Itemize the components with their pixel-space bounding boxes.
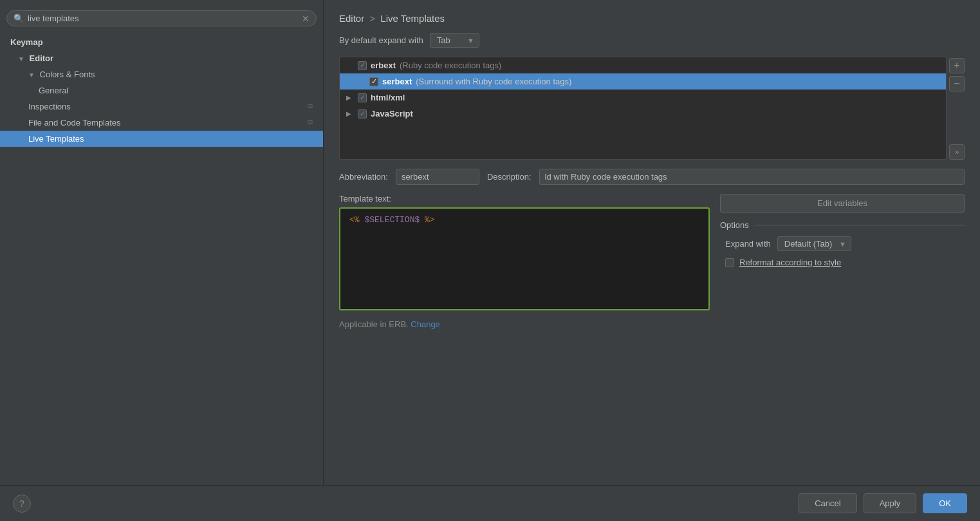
description-label: Description:	[487, 172, 532, 182]
settings-dialog: 🔍 ✕ Keymap ▼ Editor ▼ Colors & Fonts Gen…	[0, 0, 980, 521]
main-panel: Editor > Live Templates By default expan…	[324, 0, 980, 485]
template-row-serbext[interactable]: serbext (Surround with Ruby code executi…	[340, 73, 946, 90]
template-text-section: Template text: <% $SELECTION$ %> Edit va…	[339, 194, 965, 310]
triangle-icon: ▼	[18, 55, 24, 62]
template-text-label: Template text:	[339, 194, 710, 204]
search-input[interactable]	[28, 14, 298, 23]
template-text-right: Edit variables Options Expand with Defau…	[720, 194, 965, 310]
dialog-body: 🔍 ✕ Keymap ▼ Editor ▼ Colors & Fonts Gen…	[0, 0, 980, 485]
applicable-change-link[interactable]: Change	[411, 319, 440, 329]
sidebar-item-colors-fonts[interactable]: ▼ Colors & Fonts	[0, 66, 323, 82]
dialog-footer: ? Cancel Apply OK	[0, 485, 980, 521]
template-list-wrapper: erbext (Ruby code execution tags) serbex…	[339, 57, 965, 160]
search-box[interactable]: 🔍 ✕	[6, 10, 317, 26]
apply-button[interactable]: Apply	[864, 493, 917, 513]
sidebar-item-file-code-templates[interactable]: File and Code Templates ⧉	[0, 115, 323, 131]
sidebar-item-editor[interactable]: ▼ Editor	[0, 50, 323, 66]
sidebar-item-general[interactable]: General	[0, 82, 323, 99]
sidebar-item-general-label: General	[39, 86, 68, 95]
list-side-buttons: + − »	[949, 57, 965, 160]
serbext-checkbox[interactable]	[369, 77, 378, 86]
sidebar-item-keymap[interactable]: Keymap	[0, 34, 323, 50]
expand-with-dropdown-wrapper[interactable]: Tab Enter Space ▼	[430, 33, 479, 48]
serbext-desc: (Surround with Ruby code execution tags)	[416, 77, 571, 86]
reformat-checkbox[interactable]	[725, 258, 734, 267]
erbext-desc: (Ruby code execution tags)	[400, 61, 501, 70]
javascript-checkbox[interactable]	[358, 109, 367, 118]
breadcrumb-arrow: >	[369, 13, 378, 24]
triangle-icon: ▶	[346, 110, 354, 117]
more-templates-button[interactable]: »	[949, 144, 965, 160]
reformat-row: Reformat according to style	[720, 258, 965, 267]
expand-with-option-label: Expand with	[725, 239, 771, 249]
template-row-erbext[interactable]: erbext (Ruby code execution tags)	[340, 57, 946, 73]
search-icon: 🔍	[14, 14, 24, 23]
description-field[interactable]	[539, 169, 965, 185]
expand-bar: By default expand with Tab Enter Space ▼	[339, 33, 965, 48]
sidebar-item-keymap-label: Keymap	[10, 37, 43, 47]
expand-with-label: By default expand with	[339, 35, 423, 45]
reformat-label: Reformat according to style	[739, 258, 841, 267]
breadcrumb-editor: Editor	[339, 13, 364, 24]
options-header: Options	[720, 220, 965, 230]
triangle-icon: ▼	[28, 71, 35, 79]
triangle-icon	[346, 62, 354, 69]
cancel-button[interactable]: Cancel	[799, 493, 856, 513]
sidebar: 🔍 ✕ Keymap ▼ Editor ▼ Colors & Fonts Gen…	[0, 0, 324, 485]
template-code-editor[interactable]: <% $SELECTION$ %>	[339, 207, 710, 310]
abbreviation-label: Abbreviation:	[339, 172, 388, 182]
triangle-icon	[358, 78, 365, 85]
sidebar-item-editor-label: Editor	[30, 53, 54, 63]
copy-icon: ⧉	[308, 118, 313, 126]
help-button[interactable]: ?	[13, 495, 31, 513]
details-row: Abbreviation: Description:	[339, 169, 965, 185]
template-row-javascript[interactable]: ▶ JavaScript	[340, 106, 946, 122]
code-variable: $SELECTION$	[364, 215, 425, 225]
ok-button[interactable]: OK	[923, 493, 967, 513]
search-clear-icon[interactable]: ✕	[302, 14, 310, 23]
template-list: erbext (Ruby code execution tags) serbex…	[339, 57, 947, 160]
expand-with-option-select[interactable]: Default (Tab) Tab Enter Space	[777, 236, 851, 251]
applicable-text: Applicable in ERB.	[339, 319, 409, 329]
code-open-tag: <%	[349, 215, 360, 225]
sidebar-item-live-templates-label: Live Templates	[28, 134, 84, 144]
add-template-button[interactable]: +	[949, 58, 965, 73]
remove-template-button[interactable]: −	[949, 76, 965, 91]
breadcrumb-live-templates: Live Templates	[380, 13, 445, 24]
html-xml-checkbox[interactable]	[358, 93, 367, 102]
expand-with-option-wrapper[interactable]: Default (Tab) Tab Enter Space ▼	[777, 236, 851, 251]
code-close-tag: %>	[425, 215, 435, 225]
expand-with-option-row: Expand with Default (Tab) Tab Enter Spac…	[720, 236, 965, 251]
options-divider	[755, 225, 965, 225]
triangle-icon: ▶	[346, 94, 354, 101]
copy-icon: ⧉	[308, 102, 313, 110]
erbext-name: erbext	[371, 61, 396, 70]
html-xml-name: html/xml	[371, 93, 405, 102]
sidebar-item-live-templates[interactable]: Live Templates	[0, 131, 323, 147]
expand-with-select[interactable]: Tab Enter Space	[430, 33, 479, 48]
edit-variables-button[interactable]: Edit variables	[720, 194, 965, 213]
sidebar-item-inspections[interactable]: Inspections ⧉	[0, 99, 323, 115]
template-row-html-xml[interactable]: ▶ html/xml	[340, 90, 946, 106]
sidebar-item-file-code-templates-label: File and Code Templates	[28, 118, 121, 128]
abbreviation-field[interactable]	[396, 169, 479, 185]
template-text-left: Template text: <% $SELECTION$ %>	[339, 194, 710, 310]
sidebar-item-colors-fonts-label: Colors & Fonts	[40, 70, 95, 79]
applicable-row: Applicable in ERB. Change	[339, 319, 965, 329]
options-label: Options	[720, 220, 749, 230]
javascript-name: JavaScript	[371, 109, 413, 118]
serbext-name: serbext	[382, 77, 412, 86]
erbext-checkbox[interactable]	[358, 61, 367, 70]
sidebar-item-inspections-label: Inspections	[28, 102, 71, 111]
options-section: Options Expand with Default (Tab) Tab En…	[720, 220, 965, 267]
panel-title: Editor > Live Templates	[339, 13, 965, 24]
